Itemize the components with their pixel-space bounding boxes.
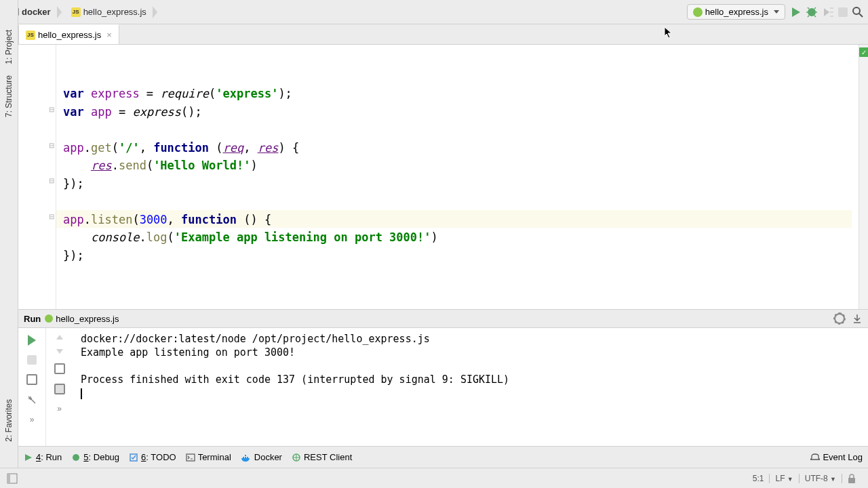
close-icon[interactable]: × bbox=[106, 30, 112, 40]
svg-point-0 bbox=[808, 8, 816, 16]
file-encoding[interactable]: UTF-8 ▼ bbox=[800, 474, 842, 483]
favorites-tool-button[interactable]: 2: Favorites bbox=[4, 394, 14, 447]
tab-bar: JS hello_express.js × bbox=[0, 24, 868, 45]
download-icon[interactable] bbox=[852, 313, 863, 324]
search-icon[interactable] bbox=[852, 6, 864, 18]
breadcrumb-bar: docker JS hello_express.js hello_express… bbox=[0, 0, 868, 24]
code-area[interactable]: var express = require('express'); var ap… bbox=[56, 45, 859, 309]
run-panel-header[interactable]: Run hello_express.js bbox=[18, 309, 868, 328]
run-panel-title: Run bbox=[24, 314, 41, 324]
debug-icon[interactable] bbox=[806, 6, 818, 18]
run-with-coverage-icon[interactable] bbox=[822, 6, 834, 18]
docker-tool-button[interactable]: Docker bbox=[241, 452, 282, 462]
breadcrumb-file[interactable]: JS hello_express.js bbox=[66, 5, 152, 18]
todo-tool-button[interactable]: 6: TODO bbox=[129, 452, 176, 462]
left-rail: 1: Project 7: Structure 2: Favorites bbox=[0, 0, 18, 488]
svg-rect-8 bbox=[848, 478, 855, 483]
toolbar-right: hello_express.js bbox=[687, 4, 864, 20]
down-stack-icon[interactable] bbox=[56, 349, 63, 354]
run-tool-button[interactable]: 4: Run bbox=[24, 452, 62, 462]
console-output[interactable]: docker://docker:latest/node /opt/project… bbox=[73, 328, 868, 446]
bottom-toolbar: 4: Run 5: Debug 6: TODO Terminal Docker … bbox=[18, 446, 868, 468]
node-icon bbox=[45, 314, 53, 323]
js-file-icon: JS bbox=[26, 30, 35, 40]
inspection-ok-icon[interactable]: ✓ bbox=[859, 47, 868, 57]
line-separator[interactable]: LF ▼ bbox=[770, 474, 798, 483]
js-file-icon: JS bbox=[71, 7, 81, 17]
svg-rect-4 bbox=[186, 454, 195, 461]
run-icon[interactable] bbox=[789, 6, 802, 18]
dump-threads-icon[interactable] bbox=[26, 394, 37, 405]
status-bar: 5:1 LF ▼ UTF-8 ▼ bbox=[0, 468, 868, 488]
gutter[interactable]: ⊟ ⊟ ⊟ ⊟ bbox=[18, 45, 56, 309]
scroll-to-end-icon[interactable] bbox=[54, 384, 65, 394]
node-icon bbox=[693, 7, 703, 17]
rest-client-tool-button[interactable]: REST Client bbox=[292, 452, 352, 462]
run-panel-config: hello_express.js bbox=[56, 314, 119, 324]
rerun-icon[interactable] bbox=[28, 335, 36, 346]
file-tab[interactable]: JS hello_express.js × bbox=[18, 24, 119, 44]
tool-windows-icon[interactable] bbox=[7, 473, 18, 484]
chevron-down-icon bbox=[774, 10, 779, 14]
gear-icon[interactable] bbox=[834, 313, 845, 324]
event-log-button[interactable]: Event Log bbox=[810, 452, 863, 462]
structure-tool-button[interactable]: 7: Structure bbox=[4, 70, 14, 123]
debug-tool-button[interactable]: 5: Debug bbox=[71, 452, 119, 462]
run-panel: » » docker://docker:latest/node /opt/pro… bbox=[18, 328, 868, 446]
svg-point-1 bbox=[853, 7, 860, 14]
svg-rect-7 bbox=[7, 474, 10, 483]
up-stack-icon[interactable] bbox=[56, 335, 63, 340]
editor[interactable]: ⊟ ⊟ ⊟ ⊟ var express = require('express')… bbox=[18, 45, 868, 309]
project-tool-button[interactable]: 1: Project bbox=[4, 24, 14, 70]
layout-icon[interactable] bbox=[26, 374, 37, 385]
soft-wrap-icon[interactable] bbox=[54, 363, 65, 374]
terminal-tool-button[interactable]: Terminal bbox=[186, 452, 231, 462]
expand-icon[interactable]: » bbox=[57, 404, 62, 413]
stop-icon[interactable] bbox=[838, 7, 848, 17]
run-toolbar: » » bbox=[18, 328, 73, 446]
editor-scrollbar[interactable]: ✓ bbox=[859, 45, 868, 309]
expand-icon[interactable]: » bbox=[30, 415, 35, 424]
stop-icon[interactable] bbox=[27, 355, 37, 365]
svg-point-2 bbox=[73, 454, 79, 461]
cursor-position[interactable]: 5:1 bbox=[747, 474, 770, 483]
lock-icon[interactable] bbox=[846, 473, 857, 484]
run-config-selector[interactable]: hello_express.js bbox=[687, 4, 785, 20]
